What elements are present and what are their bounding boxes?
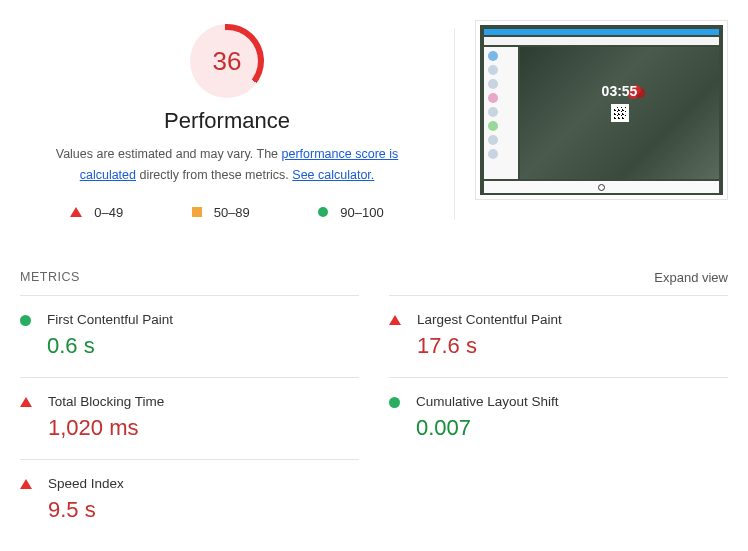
metric-value: 0.6 s bbox=[47, 333, 359, 359]
metric-card: Cumulative Layout Shift0.007 bbox=[389, 377, 728, 459]
performance-score: 36 bbox=[190, 24, 264, 98]
metric-name: Speed Index bbox=[48, 476, 359, 491]
square-icon bbox=[192, 207, 202, 217]
performance-title: Performance bbox=[28, 108, 426, 134]
triangle-icon bbox=[20, 397, 32, 407]
metric-name: First Contentful Paint bbox=[47, 312, 359, 327]
triangle-icon bbox=[70, 207, 82, 217]
metric-name: Total Blocking Time bbox=[48, 394, 359, 409]
metric-card: Speed Index9.5 s bbox=[20, 459, 359, 541]
triangle-icon bbox=[20, 479, 32, 489]
legend-good: 90–100 bbox=[318, 205, 383, 220]
metric-card: First Contentful Paint0.6 s bbox=[20, 295, 359, 377]
metric-card: Total Blocking Time1,020 ms bbox=[20, 377, 359, 459]
triangle-icon bbox=[389, 315, 401, 325]
metric-card: Largest Contentful Paint17.6 s bbox=[389, 295, 728, 377]
circle-icon bbox=[20, 315, 31, 326]
circle-icon bbox=[318, 207, 328, 217]
performance-description: Values are estimated and may vary. The p… bbox=[28, 144, 426, 187]
metric-value: 0.007 bbox=[416, 415, 728, 441]
metric-value: 17.6 s bbox=[417, 333, 728, 359]
performance-summary: 36 Performance Values are estimated and … bbox=[20, 20, 434, 220]
metric-value: 1,020 ms bbox=[48, 415, 359, 441]
metric-value: 9.5 s bbox=[48, 497, 359, 523]
legend-average: 50–89 bbox=[192, 205, 250, 220]
screenshot-time: 03:55 bbox=[602, 83, 638, 99]
metric-name: Largest Contentful Paint bbox=[417, 312, 728, 327]
see-calculator-link[interactable]: See calculator. bbox=[292, 168, 374, 182]
legend-poor: 0–49 bbox=[70, 205, 123, 220]
page-screenshot: 03:55 bbox=[475, 20, 728, 200]
performance-gauge: 36 bbox=[190, 24, 264, 98]
circle-icon bbox=[389, 397, 400, 408]
metrics-heading: METRICS bbox=[20, 270, 80, 284]
vertical-divider bbox=[454, 28, 455, 220]
metric-name: Cumulative Layout Shift bbox=[416, 394, 728, 409]
expand-view-button[interactable]: Expand view bbox=[654, 270, 728, 285]
score-legend: 0–49 50–89 90–100 bbox=[28, 205, 426, 220]
